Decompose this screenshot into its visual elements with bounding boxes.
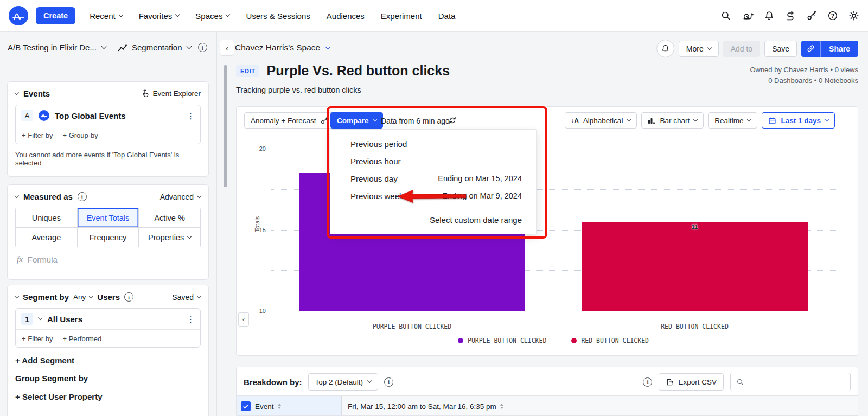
date-range-dropdown[interactable]: Last 1 days bbox=[762, 112, 835, 129]
snail-icon[interactable] bbox=[742, 10, 754, 21]
nav-item-spaces[interactable]: Spaces bbox=[195, 11, 229, 21]
breakdown-dropdown[interactable]: Top 2 (Default) bbox=[308, 373, 379, 391]
gridline: 0 bbox=[271, 311, 836, 311]
breakdown-by-label: Breakdown by: bbox=[244, 377, 302, 387]
nav-item-users-sessions[interactable]: Users & Sessions bbox=[246, 11, 310, 21]
date-range-column-header[interactable]: Fri, Mar 15, 12:00 am to Sat, Mar 16, 6:… bbox=[341, 396, 858, 416]
info-icon[interactable]: i bbox=[78, 192, 87, 201]
chevron-down-icon bbox=[326, 44, 331, 49]
bar-red_button_clicked[interactable]: 11 bbox=[582, 222, 808, 311]
journey-icon[interactable] bbox=[785, 10, 796, 21]
bell-icon[interactable] bbox=[764, 10, 775, 21]
custom-date-range-option[interactable]: Select custom date range bbox=[330, 208, 536, 232]
sort-icon[interactable] bbox=[500, 404, 503, 409]
chart-collapse-button[interactable]: ‹ bbox=[238, 312, 249, 327]
measured-option-properties[interactable]: Properties bbox=[139, 228, 200, 247]
measured-option-active-[interactable]: Active % bbox=[139, 208, 200, 227]
kebab-menu-icon[interactable]: ⋮ bbox=[187, 112, 195, 120]
nav-item-experiment[interactable]: Experiment bbox=[381, 11, 422, 21]
chevron-down-icon[interactable] bbox=[186, 44, 192, 49]
kebab-menu-icon[interactable]: ⋮ bbox=[187, 315, 195, 323]
compare-button[interactable]: Compare bbox=[330, 112, 383, 129]
add-segment-button[interactable]: + Add Segment bbox=[15, 356, 201, 365]
chart-notifications-button[interactable] bbox=[656, 40, 674, 57]
info-icon[interactable]: i bbox=[384, 377, 393, 387]
sidebar-scrollbar[interactable] bbox=[224, 65, 227, 187]
sort-az-icon: ↓A bbox=[571, 117, 579, 124]
ai-key-icon bbox=[320, 116, 329, 125]
amplitude-logo-icon[interactable] bbox=[9, 6, 28, 25]
sidebar-collapse-button[interactable]: ‹ bbox=[220, 40, 234, 56]
project-selector[interactable]: A/B Testing in Elixir De... bbox=[8, 43, 97, 52]
chart-type-dropdown[interactable]: Bar chart bbox=[641, 112, 704, 129]
link-icon[interactable] bbox=[801, 41, 821, 57]
search-icon bbox=[736, 378, 744, 386]
info-icon[interactable]: i bbox=[124, 292, 133, 302]
pointer-click-icon bbox=[140, 89, 149, 98]
breakdown-search[interactable] bbox=[730, 373, 851, 391]
realtime-dropdown[interactable]: Realtime bbox=[708, 112, 757, 129]
measured-option-frequency[interactable]: Frequency bbox=[78, 228, 139, 247]
collapse-chevron-icon[interactable] bbox=[15, 193, 19, 197]
more-button[interactable]: More bbox=[679, 41, 719, 57]
create-button[interactable]: Create bbox=[36, 7, 75, 24]
measured-option-uniques[interactable]: Uniques bbox=[16, 208, 77, 227]
edit-badge[interactable]: EDIT bbox=[236, 65, 259, 77]
chart-legend: PURPLE_BUTTON_CLICKEDRED_BUTTON_CLICKED bbox=[271, 337, 836, 344]
legend-item-red_button_clicked[interactable]: RED_BUTTON_CLICKED bbox=[571, 337, 649, 344]
chevron-down-icon[interactable] bbox=[38, 316, 42, 320]
add-to-button[interactable]: Add to bbox=[723, 41, 760, 57]
segment-name[interactable]: All Users bbox=[47, 315, 82, 324]
settings-gear-icon[interactable] bbox=[848, 10, 859, 21]
compare-option-previous-day[interactable]: Previous dayEnding on Mar 15, 2024 bbox=[330, 170, 536, 187]
compare-option-previous-period[interactable]: Previous period bbox=[330, 135, 536, 152]
select-all-checkbox[interactable] bbox=[241, 401, 251, 411]
chart-type-selector[interactable]: Segmentation bbox=[132, 43, 182, 52]
collapse-chevron-icon[interactable] bbox=[15, 90, 19, 94]
event-column-header[interactable]: Event bbox=[255, 396, 341, 416]
group-by-button[interactable]: + Group-by bbox=[62, 131, 98, 139]
space-selector[interactable]: Chavez Harris's Space bbox=[235, 43, 330, 53]
formula-row[interactable]: fx Formula bbox=[15, 255, 201, 264]
legend-item-purple_button_clicked[interactable]: PURPLE_BUTTON_CLICKED bbox=[458, 337, 546, 344]
info-icon[interactable]: i bbox=[643, 377, 652, 387]
bar-value-label: 11 bbox=[582, 223, 808, 230]
info-icon[interactable]: i bbox=[198, 43, 207, 52]
legend-dot bbox=[571, 338, 577, 343]
saved-dropdown[interactable]: Saved bbox=[172, 293, 201, 302]
advanced-dropdown[interactable]: Advanced bbox=[160, 193, 201, 201]
segment-filter-by-button[interactable]: + Filter by bbox=[22, 335, 53, 343]
share-button[interactable]: Share bbox=[801, 41, 858, 57]
sort-dropdown[interactable]: ↓A Alphabetical bbox=[565, 112, 637, 129]
breakdown-search-input[interactable] bbox=[749, 378, 845, 386]
compare-option-previous-hour[interactable]: Previous hour bbox=[330, 152, 536, 170]
chevron-down-icon[interactable] bbox=[101, 44, 107, 49]
segment-performed-button[interactable]: + Performed bbox=[62, 335, 101, 343]
export-csv-button[interactable]: Export CSV bbox=[659, 373, 724, 391]
measured-option-event-totals[interactable]: Event Totals bbox=[78, 208, 139, 227]
any-dropdown[interactable]: Any bbox=[73, 293, 93, 301]
ai-key-icon[interactable] bbox=[806, 10, 817, 21]
measured-option-average[interactable]: Average bbox=[16, 228, 77, 247]
x-axis-labels: PURPLE_BUTTON_CLICKEDRED_BUTTON_CLICKED bbox=[271, 323, 836, 330]
search-icon[interactable] bbox=[720, 10, 731, 21]
segment-number-badge: 1 bbox=[21, 313, 33, 325]
nav-item-audiences[interactable]: Audiences bbox=[327, 11, 365, 21]
anomaly-forecast-button[interactable]: Anomaly + Forecast bbox=[244, 112, 335, 129]
ownership-info: Owned by Chavez Harris • 0 views 0 Dashb… bbox=[750, 65, 858, 86]
export-icon bbox=[666, 378, 674, 386]
nav-item-data[interactable]: Data bbox=[438, 11, 456, 21]
compare-option-previous-week[interactable]: Previous weekEnding on Mar 9, 2024 bbox=[330, 187, 536, 204]
amplitude-event-icon bbox=[39, 110, 49, 121]
event-explorer-button[interactable]: Event Explorer bbox=[140, 89, 201, 98]
filter-by-button[interactable]: + Filter by bbox=[22, 131, 53, 139]
select-user-property-button[interactable]: + Select User Property bbox=[15, 392, 201, 401]
sort-icon[interactable] bbox=[278, 404, 281, 409]
nav-item-recent[interactable]: Recent bbox=[90, 11, 123, 21]
help-icon[interactable]: ? bbox=[827, 10, 838, 21]
nav-item-favorites[interactable]: Favorites bbox=[139, 11, 180, 21]
refresh-icon[interactable] bbox=[448, 116, 457, 125]
save-button[interactable]: Save bbox=[764, 41, 797, 57]
collapse-chevron-icon[interactable] bbox=[15, 293, 19, 298]
event-name[interactable]: Top Global Events bbox=[55, 111, 126, 120]
